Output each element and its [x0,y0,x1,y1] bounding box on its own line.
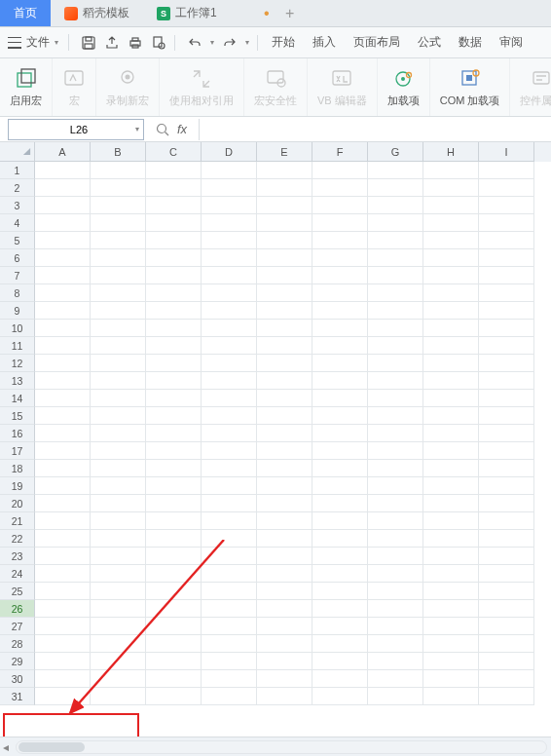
cell[interactable] [257,530,312,548]
cell[interactable] [479,495,534,512]
cell[interactable] [368,179,423,197]
cell[interactable] [35,355,91,372]
cell[interactable] [368,407,423,425]
cell[interactable] [423,442,479,460]
cell[interactable] [368,320,423,337]
cell[interactable] [146,302,202,320]
cell[interactable] [146,372,202,390]
cell[interactable] [91,530,146,548]
cell[interactable] [368,162,423,179]
cell[interactable] [368,495,423,512]
cell[interactable] [312,232,368,249]
tab-template[interactable]: 稻壳模板 [51,0,143,26]
row-header-20[interactable]: 20 [0,495,35,512]
cell[interactable] [202,232,257,249]
cell[interactable] [312,530,368,548]
cell[interactable] [479,407,534,425]
cell[interactable] [368,249,423,267]
row-header-14[interactable]: 14 [0,390,35,407]
cell[interactable] [91,372,146,390]
cell[interactable] [423,565,479,583]
cell[interactable] [202,179,257,197]
cell[interactable] [312,618,368,635]
cell[interactable] [146,162,202,179]
cell[interactable] [312,179,368,197]
cell[interactable] [479,249,534,267]
share-icon[interactable] [104,35,120,51]
cell[interactable] [202,565,257,583]
cell[interactable] [479,477,534,495]
cell[interactable] [91,583,146,600]
col-header-B[interactable]: B [91,142,146,162]
cell[interactable] [368,548,423,565]
cell[interactable] [368,284,423,302]
cell[interactable] [257,320,312,337]
cell[interactable] [368,232,423,249]
row-header-6[interactable]: 6 [0,249,35,267]
cell[interactable] [202,320,257,337]
cell[interactable] [35,583,91,600]
cell[interactable] [146,477,202,495]
cell[interactable] [257,442,312,460]
cell[interactable] [368,302,423,320]
cell[interactable] [257,653,312,670]
cell[interactable] [312,670,368,688]
cell[interactable] [35,565,91,583]
formula-input[interactable] [199,119,551,140]
cell[interactable] [257,425,312,442]
cell[interactable] [479,197,534,214]
cell[interactable] [479,618,534,635]
cell[interactable] [479,214,534,232]
cell[interactable] [479,460,534,477]
cell[interactable] [312,390,368,407]
save-icon[interactable] [81,35,96,51]
cell[interactable] [479,302,534,320]
cell[interactable] [35,688,91,705]
cell[interactable] [312,425,368,442]
cell[interactable] [35,600,91,618]
cell[interactable] [479,653,534,670]
row-header-11[interactable]: 11 [0,337,35,355]
row-header-30[interactable]: 30 [0,670,35,688]
cell[interactable] [423,618,479,635]
cell[interactable] [257,460,312,477]
redo-icon[interactable] [222,35,238,51]
cell[interactable] [35,653,91,670]
cell[interactable] [368,214,423,232]
cell[interactable] [368,600,423,618]
cell[interactable] [479,232,534,249]
cell[interactable] [146,355,202,372]
cell[interactable] [423,337,479,355]
cell[interactable] [312,583,368,600]
cell[interactable] [257,372,312,390]
cell[interactable] [202,548,257,565]
cell[interactable] [257,670,312,688]
cell[interactable] [91,460,146,477]
cell[interactable] [146,232,202,249]
horizontal-scrollbar[interactable] [16,740,547,754]
cell[interactable] [146,530,202,548]
cell[interactable] [35,618,91,635]
row-header-7[interactable]: 7 [0,267,35,284]
cell[interactable] [202,425,257,442]
cell[interactable] [91,442,146,460]
cell[interactable] [202,372,257,390]
cell[interactable] [146,197,202,214]
cell[interactable] [423,232,479,249]
cell[interactable] [91,197,146,214]
cell[interactable] [91,548,146,565]
cell[interactable] [146,442,202,460]
cell[interactable] [35,635,91,653]
cell[interactable] [202,267,257,284]
cell[interactable] [423,530,479,548]
cell[interactable] [479,425,534,442]
cell[interactable] [202,512,257,530]
row-header-13[interactable]: 13 [0,372,35,390]
cell[interactable] [35,197,91,214]
cell[interactable] [146,688,202,705]
cell[interactable] [423,635,479,653]
cell[interactable] [202,442,257,460]
cell[interactable] [257,583,312,600]
cell[interactable] [368,688,423,705]
cell[interactable] [312,442,368,460]
